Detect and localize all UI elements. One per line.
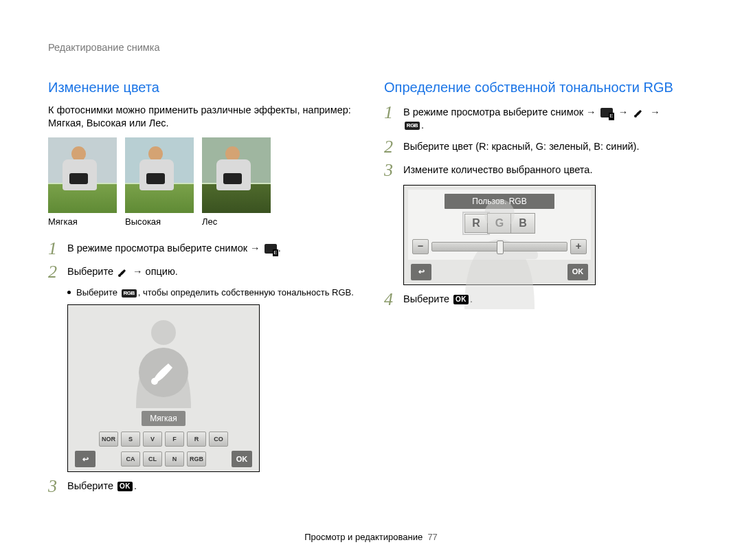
bullet-text: , чтобы определить собственную тональнос…	[138, 287, 354, 298]
thumb-soft	[48, 137, 117, 213]
step-text: Измените количество выбранного цвета.	[403, 161, 694, 177]
page-header: Редактирование снимка	[48, 41, 694, 59]
intro-paragraph: К фотоснимки можно применить различные э…	[48, 104, 358, 131]
back-button[interactable]: ↩	[411, 264, 431, 280]
slider-thumb[interactable]	[497, 240, 504, 254]
brush-large-icon	[149, 358, 178, 387]
thumb-caption-forest: Лес	[202, 216, 271, 228]
svg-point-2	[151, 378, 158, 385]
ok-button[interactable]: OK	[232, 451, 252, 467]
step-text: В режиме просмотра выберите снимок →	[67, 243, 260, 254]
thumb-forest	[202, 137, 271, 213]
slider-minus-button[interactable]: −	[412, 239, 429, 254]
example-thumbnails	[48, 137, 358, 213]
step-text: → опцию.	[133, 266, 178, 277]
step-number: 3	[48, 478, 60, 495]
step-number: 2	[384, 138, 396, 156]
filter-mini-button[interactable]: R	[187, 432, 206, 447]
filter-chip[interactable]: Мягкая	[142, 411, 186, 426]
filter-mini-button[interactable]: V	[143, 432, 162, 447]
rgb-screen: Пользов. RGB R G B − + ↩	[403, 185, 596, 285]
step-text: Выберите	[67, 266, 113, 277]
rgb-icon: RGB	[122, 289, 137, 298]
ok-icon: OK	[453, 295, 469, 304]
ok-icon: OK	[117, 482, 133, 491]
svg-point-0	[118, 274, 121, 277]
svg-rect-5	[510, 251, 538, 259]
page-number: 77	[427, 532, 437, 542]
thumb-caption-soft: Мягкая	[48, 216, 117, 228]
svg-point-3	[634, 115, 637, 117]
step-text: Выберите цвет (R: красный, G: зеленый, B…	[403, 138, 694, 154]
step-text: В режиме просмотра выберите снимок →	[403, 107, 596, 117]
left-step-2: 2 Выберите → опцию.	[48, 263, 358, 281]
menu-icon	[600, 108, 613, 117]
left-step-2-bullet: Выберите RGB, чтобы определить собственн…	[67, 287, 358, 299]
step-number: 3	[384, 161, 396, 179]
filter-screen: Мягкая NOR S V F R CO ↩ CA CL N RGB	[67, 304, 260, 472]
slider-track[interactable]	[431, 242, 567, 251]
left-column: Изменение цвета К фотоснимки можно приме…	[48, 78, 358, 501]
filter-mini-button[interactable]: CL	[143, 451, 162, 467]
section-title-color-change: Изменение цвета	[48, 78, 358, 97]
rgb-icon: RGB	[405, 122, 420, 130]
left-step-1: 1 В режиме просмотра выберите снимок → .	[48, 240, 358, 258]
step-number: 1	[48, 240, 60, 258]
right-column: Определение собственной тональности RGB …	[384, 78, 694, 501]
left-step-3: 3 Выберите OK.	[48, 478, 358, 495]
thumb-caption-vivid: Высокая	[125, 216, 194, 228]
footer-section: Просмотр и редактирование	[304, 532, 423, 542]
filter-mini-button[interactable]: RGB	[187, 451, 206, 467]
brush-icon	[633, 107, 644, 118]
filter-mini-button[interactable]: CA	[121, 451, 140, 467]
step-number: 1	[384, 104, 396, 122]
step-text: Выберите	[67, 480, 113, 491]
right-step-3: 3 Измените количество выбранного цвета.	[384, 161, 694, 179]
thumb-captions: Мягкая Высокая Лес	[48, 216, 358, 228]
thumb-vivid	[125, 137, 194, 213]
back-button[interactable]: ↩	[75, 451, 95, 467]
filter-mini-button[interactable]: CO	[209, 432, 228, 447]
slider-plus-button[interactable]: +	[570, 239, 587, 254]
ok-button[interactable]: OK	[567, 264, 588, 280]
menu-icon	[265, 244, 277, 254]
step-number: 4	[384, 291, 396, 309]
svg-point-1	[151, 320, 176, 345]
filter-mini-button[interactable]: F	[165, 432, 184, 447]
bullet-text: Выберите	[76, 287, 117, 298]
filter-mini-button[interactable]: N	[165, 451, 184, 467]
svg-point-4	[484, 199, 515, 229]
step-number: 2	[48, 263, 60, 281]
right-step-2: 2 Выберите цвет (R: красный, G: зеленый,…	[384, 138, 694, 156]
page-footer: Просмотр и редактирование 77	[0, 531, 742, 544]
brush-icon	[117, 267, 128, 278]
right-step-1: 1 В режиме просмотра выберите снимок → →…	[384, 104, 694, 133]
section-title-rgb: Определение собственной тональности RGB	[384, 78, 694, 97]
filter-mini-button[interactable]: S	[121, 432, 140, 447]
step-text: Выберите	[403, 293, 449, 304]
filter-mini-button[interactable]: NOR	[99, 432, 118, 447]
